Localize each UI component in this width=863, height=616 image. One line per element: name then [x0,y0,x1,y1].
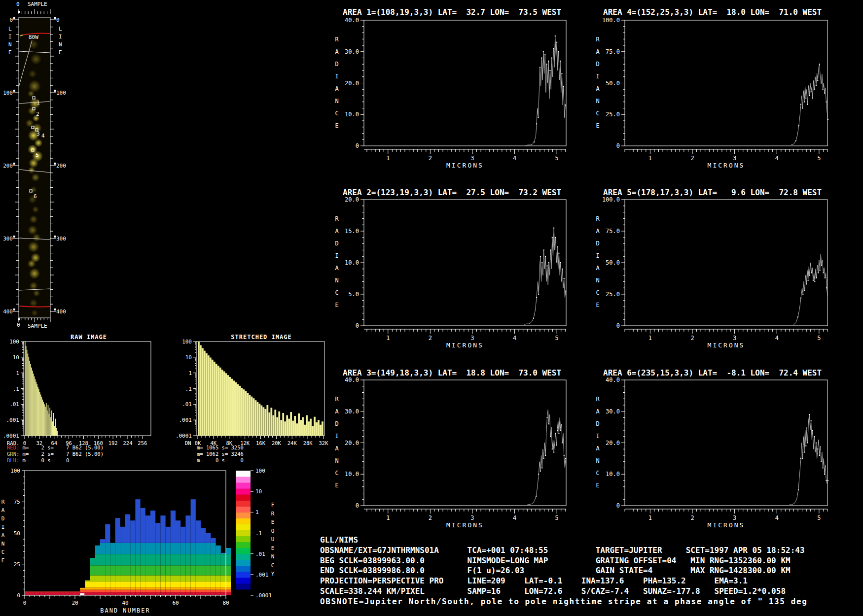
heatmap-cell [201,582,206,587]
stat-channel-tag: GRN: [7,451,19,457]
heatmap-cell [100,554,105,566]
ruler-dot [18,318,20,320]
heatmap-cell [115,554,120,566]
spectrum-line [524,228,566,325]
right-line-axis-letter: L [59,26,62,32]
heatmap-cell [171,576,176,582]
area-marker-label: 6 [34,193,37,200]
histogram-bar [32,371,33,436]
colorbar-axis-label: FREQUENCY [271,502,275,577]
y-tick-label: 10.0 [345,259,359,266]
y-axis-letter: I [596,73,599,80]
y-axis-letter: I [596,433,599,440]
spectrum-dot [821,265,822,266]
axis-box [625,200,827,326]
histogram-bar [314,417,316,436]
spectrum-dot [538,117,539,118]
area4-plot: 025.050.075.0100.012345MICRONSRADIANCE [583,14,840,187]
y-axis-label: RADIANCE [596,396,600,489]
histogram-bar [40,394,41,436]
heatmap-cell [196,587,201,590]
heatmap-cell [55,592,60,595]
colorbar-step [236,530,251,536]
y-axis-letter: C [596,110,599,117]
heatmap-cell [145,576,150,582]
heatmap-cell [50,591,55,592]
y-tick-label: 50.0 [606,80,620,87]
y-tick-label: .0001 [3,433,19,439]
heatmap-cell [90,565,95,575]
x-tick-label: 3 [470,514,474,521]
histogram-bar [51,411,52,436]
heatmap-cell [125,514,130,543]
colorbar-step [236,583,251,590]
y-axis-letter: E [335,302,338,308]
area-marker-label: 3 [36,131,40,137]
ruler-dot [54,17,56,19]
heatmap-cell [95,565,100,575]
heatmap-cell [25,592,30,595]
y-tick-label: .01 [182,401,192,408]
area5-plot: 025.050.075.0100.012345MICRONSRADIANCE [583,194,840,367]
graticule-line [19,238,50,240]
histogram-bar [308,421,310,436]
heatmap-cell [150,543,155,554]
heatmap-cell [171,554,176,566]
y-axis-label: RADIANCE [596,215,600,308]
spectrum-dot [820,270,821,271]
y-axis: 010.020.030.040.0 [345,376,364,509]
line-tick-label: 100 [1,90,13,96]
heatmap-cell [155,565,160,575]
spectrum-dot [823,272,824,273]
spectrum-line [794,254,828,325]
heatmap-cell [110,543,115,554]
spectrum-dot [548,61,549,62]
x-tick-label: 28K [303,440,313,446]
histogram-bar [278,411,280,436]
spectrum-dot [563,86,564,87]
heatmap-cell [206,565,211,575]
histogram-bar [320,425,322,436]
heatmap-cell [80,590,85,592]
heatmap-cell [150,565,155,575]
histogram-bar [257,402,259,436]
heatmap-cell [226,587,231,590]
heatmap-cell [221,590,226,592]
spectrum-dot [565,104,566,105]
heatmap-cell [171,587,176,590]
axis-box [364,380,566,506]
area-marker-label: 2 [36,111,39,117]
spectrum-dot [816,85,817,86]
spectrum-dot [555,237,556,238]
histogram-bar [276,417,278,436]
heatmap-cell [135,587,140,590]
line-tick-label: 400 [56,308,66,315]
spectrum-dot [802,458,803,459]
colorbar-tick-label: .0001 [255,592,272,599]
colorbar-step [236,477,251,483]
y-axis-letter: N [596,277,599,284]
heatmap-cell [115,592,120,595]
heatmap-cell [176,592,180,595]
histogram-bar [28,357,29,436]
histogram-bar [318,420,320,436]
y-axis-letter: A [596,265,600,272]
right-line-axis-letter: I [59,34,62,40]
histogram-bar [36,384,37,436]
ruler-dot [54,236,56,238]
area-marker-label: 5 [36,152,39,158]
y-axis-letter: E [596,122,599,129]
x-tick-label: 3 [733,335,736,342]
spectrum-dot [817,448,818,449]
stat-row: m= 1062 s= 3246 [197,451,244,457]
histogram-bar [282,413,284,436]
heatmap-cell [226,554,231,566]
heatmap-cell [130,520,135,543]
y-axis-letter: A [335,85,339,92]
heatmap-cell [95,587,100,590]
spectrum-dot [555,433,556,434]
spectrum-dot [800,104,801,105]
line-tick-label: 200 [1,163,13,169]
spectrum-dot [558,51,559,52]
heatmap-cell [60,592,65,595]
